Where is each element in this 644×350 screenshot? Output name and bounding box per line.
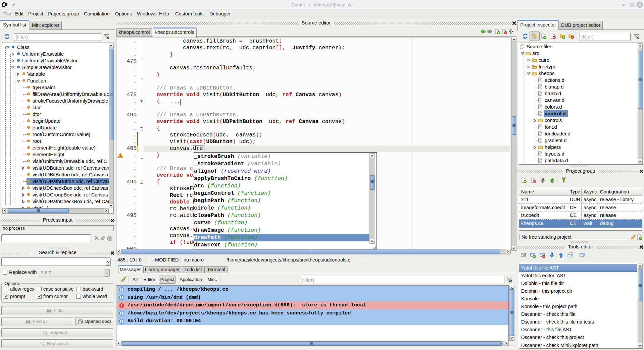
svg-text:a: a [40,341,41,345]
svg-text:b: b [43,344,44,346]
svg-text:a: a [43,330,45,334]
svg-text:b: b [46,333,48,335]
